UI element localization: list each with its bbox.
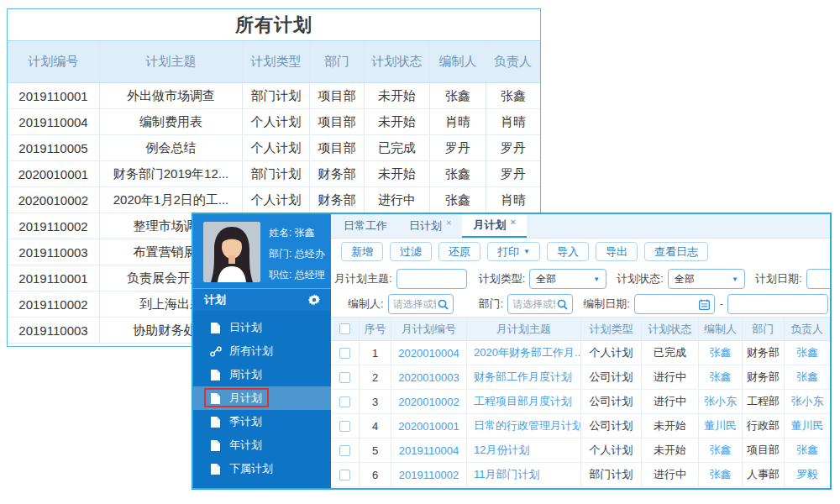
plan-id-cell: 2019110002	[8, 213, 100, 239]
calendar-icon[interactable]	[699, 299, 710, 310]
plan-id-link[interactable]: 2020010003	[391, 365, 467, 389]
plan-status-cell: 未开始	[642, 438, 699, 462]
search-icon[interactable]	[438, 299, 449, 310]
created-date-from-input[interactable]	[639, 298, 697, 310]
plan-id-link[interactable]: 2019110002	[391, 463, 467, 486]
toolbar-button-label: 导出	[606, 244, 627, 260]
creator-link[interactable]: 张鑫	[699, 438, 743, 462]
plan-subject-link[interactable]: 财务部工作月度计划	[467, 365, 581, 389]
row-checkbox[interactable]	[339, 348, 350, 359]
sidebar-item[interactable]: 所有计划	[193, 339, 331, 363]
sidebar-item[interactable]: 月计划	[193, 386, 331, 410]
plan-id-cell: 2019110002	[8, 291, 100, 317]
department-cell: 项目部	[310, 109, 365, 134]
column-header: 计划状态	[642, 318, 699, 340]
close-icon[interactable]: ×	[510, 217, 515, 227]
creator-cell: 罗丹	[430, 135, 486, 160]
created-date-from-field	[634, 294, 715, 314]
row-checkbox[interactable]	[339, 470, 350, 480]
creator-filter-input[interactable]	[393, 298, 436, 310]
toolbar-button[interactable]: 还原	[438, 242, 480, 261]
plan-subject-link[interactable]: 2020年财务部工作月...	[467, 341, 581, 365]
plan-subject-link[interactable]: 工程项目部月度计划	[467, 390, 581, 413]
plan-type-cell: 部门计划	[243, 161, 310, 186]
plan-type-cell: 个人计划	[581, 341, 642, 365]
row-checkbox[interactable]	[339, 372, 350, 383]
plan-status-cell: 已完成	[365, 135, 430, 160]
owner-link[interactable]: 张鑫	[785, 341, 830, 365]
toolbar-button[interactable]: 查看日志	[644, 242, 708, 261]
row-checkbox[interactable]	[339, 396, 350, 407]
sidebar-item[interactable]: 季计划	[193, 410, 331, 433]
row-index: 2	[360, 365, 391, 389]
toolbar-button[interactable]: 导出	[596, 242, 638, 261]
plan-status-cell: 进行中	[642, 390, 699, 413]
profile-position: 职位: 总经理	[269, 265, 325, 286]
row-checkbox[interactable]	[339, 421, 350, 432]
tab[interactable]: 日计划 ×	[398, 214, 462, 238]
plan-subject-cell: 编制费用表	[100, 109, 243, 134]
toolbar-button[interactable]: 新增	[341, 242, 383, 261]
owner-link[interactable]: 董川民	[785, 414, 830, 438]
file-icon	[209, 370, 222, 381]
created-date-to-input[interactable]	[732, 298, 823, 310]
plan-subject-link[interactable]: 日常的行政管理月计划	[467, 414, 581, 438]
creator-link[interactable]: 张鑫	[699, 341, 743, 365]
profile-department: 部门: 总经办	[269, 244, 325, 265]
owner-cell: 肖晴	[486, 109, 540, 134]
row-checkbox[interactable]	[339, 445, 350, 456]
plan-status-cell: 已完成	[642, 341, 699, 365]
sidebar-item[interactable]: 日计划	[193, 316, 331, 339]
sidebar-item[interactable]: 下属计划	[193, 457, 331, 480]
table-row: 4 2020010001 日常的行政管理月计划 公司计划 未开始 董川民 行政部…	[331, 414, 830, 438]
toolbar-button[interactable]: 打印 ▼	[487, 242, 540, 261]
type-filter-select[interactable]: 全部▼	[529, 269, 606, 289]
sidebar-item[interactable]: 年计划	[193, 433, 331, 457]
plan-subject-link[interactable]: 11月部门计划	[467, 463, 581, 486]
dept-filter-input[interactable]	[512, 298, 555, 310]
sidebar-item[interactable]: 周计划	[193, 363, 331, 386]
file-icon	[209, 440, 222, 451]
plan-id-link[interactable]: 2020010002	[391, 390, 467, 413]
subject-filter-input[interactable]	[402, 273, 462, 285]
creator-link[interactable]: 董川民	[699, 414, 743, 438]
plan-id-cell: 2019110004	[8, 109, 100, 134]
tab[interactable]: 月计划 ×	[462, 214, 526, 238]
plan-date-filter-input[interactable]	[811, 273, 831, 285]
row-select-cell	[331, 438, 360, 462]
row-index: 1	[360, 341, 391, 365]
table-row: 5 2019110004 12月份计划 个人计划 未开始 张鑫 项目部 张鑫	[331, 438, 830, 463]
plan-subject-link[interactable]: 12月份计划	[467, 438, 581, 462]
monthly-plan-window: 姓名: 张鑫 部门: 总经办 职位: 总经理 计划	[192, 213, 832, 490]
toolbar-button[interactable]: 导入	[547, 242, 589, 261]
toolbar-button[interactable]: 过滤	[390, 242, 432, 261]
plan-status-cell: 未开始	[642, 414, 699, 438]
tab-label: 月计划	[473, 218, 506, 233]
plan-type-cell: 个人计划	[243, 135, 310, 160]
file-icon	[209, 393, 222, 404]
tab[interactable]: 日常工作	[333, 214, 398, 238]
owner-link[interactable]: 张鑫	[785, 365, 830, 389]
plan-id-link[interactable]: 2020010004	[391, 341, 467, 365]
plan-status-cell: 进行中	[642, 463, 699, 486]
creator-link[interactable]: 张鑫	[699, 365, 743, 389]
search-icon[interactable]	[557, 299, 568, 310]
created-date-to-field	[727, 294, 828, 314]
close-icon[interactable]: ×	[446, 218, 451, 228]
status-filter-select[interactable]: 全部▼	[668, 269, 745, 289]
owner-link[interactable]: 罗毅	[785, 463, 830, 486]
creator-link[interactable]: 张小东	[699, 390, 743, 413]
sidebar-item-label: 月计划	[229, 391, 262, 406]
plan-id-link[interactable]: 2019110004	[391, 438, 467, 462]
creator-filter-field	[388, 294, 454, 314]
owner-link[interactable]: 张鑫	[785, 438, 830, 462]
column-header: 编制人	[699, 318, 743, 340]
column-header-label: 计划主题	[146, 54, 197, 70]
plan-id-link[interactable]: 2020010001	[391, 414, 467, 438]
gear-icon[interactable]	[308, 294, 320, 306]
row-index: 6	[360, 463, 391, 486]
creator-link[interactable]: 张鑫	[699, 463, 743, 486]
column-header: 编制人	[430, 41, 486, 82]
owner-link[interactable]: 张小东	[785, 390, 830, 413]
select-all-checkbox[interactable]	[339, 323, 350, 334]
